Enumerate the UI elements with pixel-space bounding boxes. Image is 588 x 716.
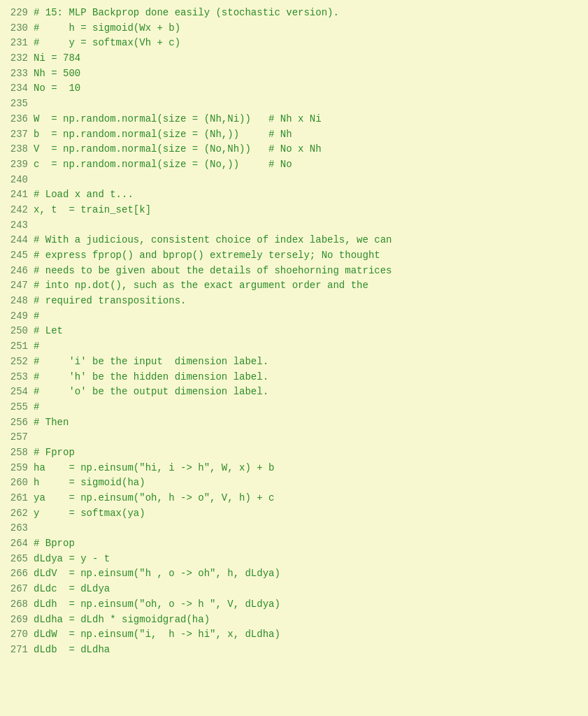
code-line: 231# y = softmax(Vh + c) <box>0 36 588 51</box>
line-content: # Fprop <box>34 445 588 461</box>
line-number: 253 <box>0 370 34 385</box>
line-content: # <box>34 309 588 324</box>
line-number: 270 <box>0 627 34 643</box>
code-line: 269dLdha = dLdh * sigmoidgrad(ha) <box>0 613 588 628</box>
line-number: 263 <box>0 521 34 536</box>
line-content: # 'o' be the output dimension label. <box>34 385 588 400</box>
line-number: 229 <box>0 6 34 21</box>
line-content: y = softmax(ya) <box>34 506 588 522</box>
code-line: 246# needs to be given about the details… <box>0 264 588 279</box>
line-number: 238 <box>0 142 34 157</box>
code-line: 242x, t = train_set[k] <box>0 203 588 218</box>
line-content: dLdW = np.einsum("i, h -> hi", x, dLdha) <box>34 627 588 643</box>
line-number: 233 <box>0 66 34 82</box>
code-line: 234No = 10 <box>0 81 588 96</box>
line-number: 231 <box>0 36 34 51</box>
code-line: 245# express fprop() and bprop() extreme… <box>0 248 588 264</box>
code-line: 229# 15: MLP Backprop done easily (stoch… <box>0 6 588 21</box>
code-line: 239c = np.random.normal(size = (No,)) # … <box>0 157 588 173</box>
line-number: 262 <box>0 506 34 522</box>
code-line: 253# 'h' be the hidden dimension label. <box>0 370 588 385</box>
line-number: 259 <box>0 461 34 476</box>
code-line: 265dLdya = y - t <box>0 552 588 567</box>
line-number: 248 <box>0 294 34 309</box>
line-number: 249 <box>0 309 34 324</box>
line-number: 239 <box>0 157 34 173</box>
line-content: # required transpositions. <box>34 294 588 309</box>
line-number: 254 <box>0 385 34 400</box>
line-number: 232 <box>0 51 34 66</box>
line-number: 240 <box>0 173 34 188</box>
code-line: 249# <box>0 309 588 324</box>
line-number: 255 <box>0 400 34 415</box>
line-content: # Then <box>34 415 588 431</box>
line-number: 250 <box>0 324 34 339</box>
code-line: 243 <box>0 218 588 234</box>
line-number: 268 <box>0 597 34 613</box>
code-line: 232Ni = 784 <box>0 51 588 66</box>
line-number: 236 <box>0 112 34 127</box>
code-line: 254# 'o' be the output dimension label. <box>0 385 588 400</box>
code-line: 236W = np.random.normal(size = (Nh,Ni)) … <box>0 112 588 127</box>
line-content: h = sigmoid(ha) <box>34 475 588 491</box>
line-number: 246 <box>0 264 34 279</box>
line-content: ya = np.einsum("oh, h -> o", V, h) + c <box>34 491 588 506</box>
line-content: ha = np.einsum("hi, i -> h", W, x) + b <box>34 461 588 476</box>
line-content: # express fprop() and bprop() extremely … <box>34 248 588 264</box>
line-number: 258 <box>0 445 34 461</box>
line-content: dLdya = y - t <box>34 552 588 567</box>
code-line: 250# Let <box>0 324 588 339</box>
line-content: # 'i' be the input dimension label. <box>34 355 588 370</box>
line-content: # into np.dot(), such as the exact argum… <box>34 278 588 294</box>
line-content: # <box>34 400 588 415</box>
line-content: # Let <box>34 324 588 339</box>
line-content: # h = sigmoid(Wx + b) <box>34 21 588 36</box>
code-line: 255# <box>0 400 588 415</box>
code-line: 271dLdb = dLdha <box>0 643 588 658</box>
code-line: 252# 'i' be the input dimension label. <box>0 355 588 370</box>
line-content: # With a judicious, consistent choice of… <box>34 233 588 248</box>
code-line: 258# Fprop <box>0 445 588 461</box>
line-number: 251 <box>0 339 34 355</box>
line-number: 237 <box>0 127 34 143</box>
line-number: 244 <box>0 233 34 248</box>
code-line: 235 <box>0 96 588 112</box>
line-content: dLdV = np.einsum("h , o -> oh", h, dLdya… <box>34 566 588 582</box>
code-line: 240 <box>0 173 588 188</box>
line-content: x, t = train_set[k] <box>34 203 588 218</box>
line-content: Nh = 500 <box>34 66 588 82</box>
code-line: 259ha = np.einsum("hi, i -> h", W, x) + … <box>0 461 588 476</box>
code-line: 261ya = np.einsum("oh, h -> o", V, h) + … <box>0 491 588 506</box>
line-content: # Load x and t... <box>34 187 588 203</box>
line-content: dLdc = dLdya <box>34 582 588 597</box>
line-content: b = np.random.normal(size = (Nh,)) # Nh <box>34 127 588 143</box>
line-number: 269 <box>0 613 34 628</box>
code-line: 244# With a judicious, consistent choice… <box>0 233 588 248</box>
line-content: # <box>34 339 588 355</box>
line-number: 230 <box>0 21 34 36</box>
line-number: 271 <box>0 643 34 658</box>
code-line: 238V = np.random.normal(size = (No,Nh)) … <box>0 142 588 157</box>
line-number: 261 <box>0 491 34 506</box>
line-number: 247 <box>0 278 34 294</box>
line-number: 256 <box>0 415 34 431</box>
line-content: No = 10 <box>34 81 588 96</box>
line-content: V = np.random.normal(size = (No,Nh)) # N… <box>34 142 588 157</box>
line-content: c = np.random.normal(size = (No,)) # No <box>34 157 588 173</box>
code-line: 247# into np.dot(), such as the exact ar… <box>0 278 588 294</box>
code-line: 248# required transpositions. <box>0 294 588 309</box>
code-line: 264# Bprop <box>0 536 588 552</box>
code-line: 267dLdc = dLdya <box>0 582 588 597</box>
line-number: 264 <box>0 536 34 552</box>
line-content: # 'h' be the hidden dimension label. <box>34 370 588 385</box>
code-line: 260h = sigmoid(ha) <box>0 475 588 491</box>
code-editor: 229# 15: MLP Backprop done easily (stoch… <box>0 6 588 658</box>
code-line: 270dLdW = np.einsum("i, h -> hi", x, dLd… <box>0 627 588 643</box>
line-number: 242 <box>0 203 34 218</box>
code-line: 256# Then <box>0 415 588 431</box>
line-content: dLdb = dLdha <box>34 643 588 658</box>
line-content: dLdha = dLdh * sigmoidgrad(ha) <box>34 613 588 628</box>
line-number: 257 <box>0 430 34 445</box>
line-number: 252 <box>0 355 34 370</box>
line-content: dLdh = np.einsum("oh, o -> h ", V, dLdya… <box>34 597 588 613</box>
